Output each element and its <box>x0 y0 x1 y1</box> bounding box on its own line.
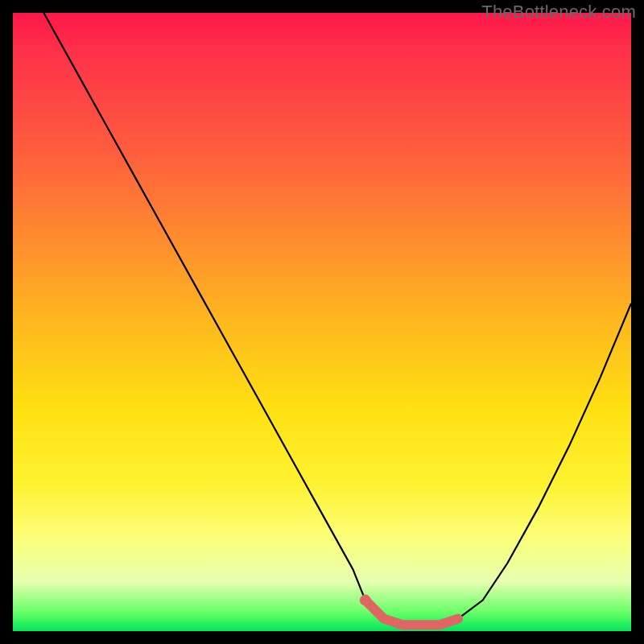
watermark-text: TheBottleneck.com <box>481 2 636 23</box>
bottleneck-curve <box>43 13 631 625</box>
highlight-marker <box>365 601 458 625</box>
highlight-marker-dot <box>360 595 371 606</box>
chart-svg <box>13 13 631 631</box>
chart-frame: TheBottleneck.com <box>0 0 644 644</box>
